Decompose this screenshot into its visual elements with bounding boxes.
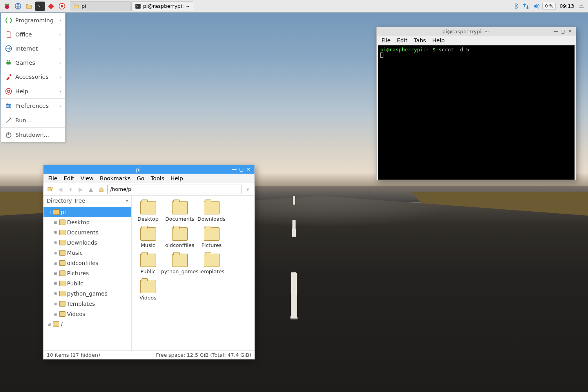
minimize-button[interactable]: — — [231, 167, 238, 172]
folder-item[interactable]: Desktop — [133, 200, 163, 223]
svg-point-18 — [7, 90, 10, 93]
menu-tools[interactable]: Tools — [148, 174, 167, 182]
svg-rect-20 — [6, 105, 11, 106]
web-browser-icon[interactable] — [13, 2, 23, 11]
cursor-icon — [380, 53, 383, 58]
menu-file[interactable]: File — [379, 36, 393, 44]
maximize-button[interactable]: ▢ — [559, 29, 566, 34]
terminal-launcher-icon[interactable]: >_ — [35, 2, 45, 11]
menu-office[interactable]: Office› — [1, 27, 65, 42]
menu-internet[interactable]: Internet› — [1, 42, 65, 56]
raspberry-menu-icon[interactable] — [2, 2, 12, 11]
menu-preferences[interactable]: Preferences› — [1, 99, 65, 113]
fm-sidebar: Directory Tree▾ ▢pi ⊞Desktop ⊞Documents … — [44, 196, 132, 350]
tree-node[interactable]: ⊞Public — [44, 278, 131, 289]
close-button[interactable]: ✕ — [245, 167, 252, 172]
svg-point-27 — [51, 187, 53, 189]
folder-item[interactable]: python_games — [165, 252, 194, 276]
path-dropdown-icon[interactable]: ▾ — [244, 185, 252, 193]
tree-node[interactable]: ⊞Desktop — [44, 217, 131, 227]
menu-edit[interactable]: Edit — [61, 174, 76, 182]
maximize-button[interactable]: ▢ — [238, 167, 245, 172]
sidebar-header[interactable]: Directory Tree▾ — [44, 196, 131, 206]
menu-help[interactable]: Help› — [1, 84, 65, 98]
menu-programming[interactable]: Programming› — [1, 13, 65, 27]
history-dropdown-icon[interactable]: ▾ — [67, 185, 74, 193]
file-manager-window: pi — ▢ ✕ File Edit View Bookmarks Go Too… — [43, 165, 255, 359]
new-tab-icon[interactable] — [46, 185, 54, 193]
file-manager-launcher-icon[interactable] — [24, 2, 34, 11]
svg-point-0 — [5, 5, 9, 9]
menu-tabs[interactable]: Tabs — [412, 36, 428, 44]
clock[interactable]: 09:13 — [558, 3, 575, 9]
svg-text:>_: >_ — [136, 4, 140, 8]
menu-help[interactable]: Help — [430, 36, 447, 44]
fm-toolbar: ◀ ▾ ▶ ▲ /home/pi ▾ — [44, 183, 254, 196]
tree-node-pi[interactable]: ▢pi — [44, 207, 131, 217]
wolfram-icon[interactable] — [57, 2, 67, 11]
forward-icon[interactable]: ▶ — [77, 185, 85, 193]
chevron-right-icon: › — [60, 74, 61, 80]
task-file-manager[interactable]: pi — [70, 1, 131, 11]
fm-statusbar: 10 items (17 hidden) Free space: 12.5 Gi… — [44, 350, 254, 359]
chevron-right-icon: › — [60, 32, 61, 37]
term-menubar: File Edit Tabs Help — [377, 36, 576, 45]
application-menu: Programming› Office› Internet› Games› Ac… — [1, 13, 65, 142]
menu-view[interactable]: View — [78, 174, 96, 182]
terminal-screen[interactable]: pi@raspberrypi:~ $ scrot -d 5 — [378, 45, 575, 180]
titlebar[interactable]: pi — ▢ ✕ — [44, 165, 254, 174]
chevron-right-icon: › — [60, 18, 61, 23]
tree-node[interactable]: ⊞oldconffiles — [44, 258, 131, 268]
tree-node[interactable]: ⊞Music — [44, 248, 131, 258]
svg-rect-22 — [7, 103, 8, 105]
tree-node[interactable]: ⊞Documents — [44, 227, 131, 238]
svg-rect-21 — [6, 107, 11, 108]
tree-node[interactable]: ⊞Templates — [44, 299, 131, 309]
eject-icon[interactable]: ⏏ — [578, 2, 584, 10]
folder-item[interactable]: oldconffiles — [165, 226, 194, 250]
tree-node[interactable]: ⊞Videos — [44, 309, 131, 319]
titlebar[interactable]: pi@raspberrypi: ~ — ▢ ✕ — [377, 27, 576, 36]
back-icon[interactable]: ◀ — [56, 185, 64, 193]
address-bar[interactable]: /home/pi — [107, 185, 241, 194]
folder-item[interactable]: Templates — [197, 252, 226, 276]
network-icon[interactable] — [522, 3, 530, 10]
fm-icon-view[interactable]: Desktop Documents Downloads Music oldcon… — [132, 196, 254, 350]
tree-node[interactable]: ⊞python_games — [44, 289, 131, 299]
menu-accessories[interactable]: Accessories› — [1, 70, 65, 84]
menu-go[interactable]: Go — [134, 174, 147, 182]
tree-node[interactable]: ⊞Pictures — [44, 268, 131, 278]
folder-item[interactable]: Public — [133, 252, 163, 276]
system-tray: 0 % 09:13 ⏏ — [512, 2, 586, 10]
up-icon[interactable]: ▲ — [87, 185, 95, 193]
menu-edit[interactable]: Edit — [394, 36, 410, 44]
svg-point-8 — [61, 5, 63, 7]
menu-help[interactable]: Help — [168, 174, 185, 182]
home-icon[interactable] — [97, 185, 105, 193]
task-terminal[interactable]: >_ pi@raspberrypi: ~ — [131, 1, 193, 11]
menu-file[interactable]: File — [46, 174, 60, 182]
volume-icon[interactable] — [532, 3, 540, 10]
close-button[interactable]: ✕ — [566, 29, 573, 34]
bluetooth-icon[interactable] — [512, 3, 520, 9]
minimize-button[interactable]: — — [552, 29, 559, 34]
menu-shutdown[interactable]: Shutdown... — [1, 128, 65, 142]
menu-bookmarks[interactable]: Bookmarks — [98, 174, 133, 182]
tree-node-root[interactable]: ⊞/ — [44, 319, 131, 329]
chevron-right-icon: › — [60, 89, 61, 94]
svg-point-16 — [9, 60, 10, 61]
menu-run[interactable]: Run... — [1, 113, 65, 127]
taskbar-tasks: pi >_ pi@raspberrypi: ~ — [70, 1, 512, 11]
svg-point-15 — [7, 60, 8, 61]
folder-item[interactable]: Downloads — [197, 200, 226, 223]
cpu-monitor[interactable]: 0 % — [543, 3, 555, 9]
taskbar: >_ pi >_ pi@raspberrypi: ~ 0 % 09:13 ⏏ — [0, 0, 588, 13]
folder-item[interactable]: Documents — [165, 200, 194, 223]
mathematica-icon[interactable] — [46, 2, 56, 11]
folder-item[interactable]: Music — [133, 226, 163, 250]
folder-item[interactable]: Pictures — [197, 226, 226, 250]
tree-node[interactable]: ⊞Downloads — [44, 238, 131, 248]
menu-games[interactable]: Games› — [1, 56, 65, 70]
folder-item[interactable]: Videos — [133, 278, 163, 302]
svg-point-1 — [5, 4, 7, 5]
